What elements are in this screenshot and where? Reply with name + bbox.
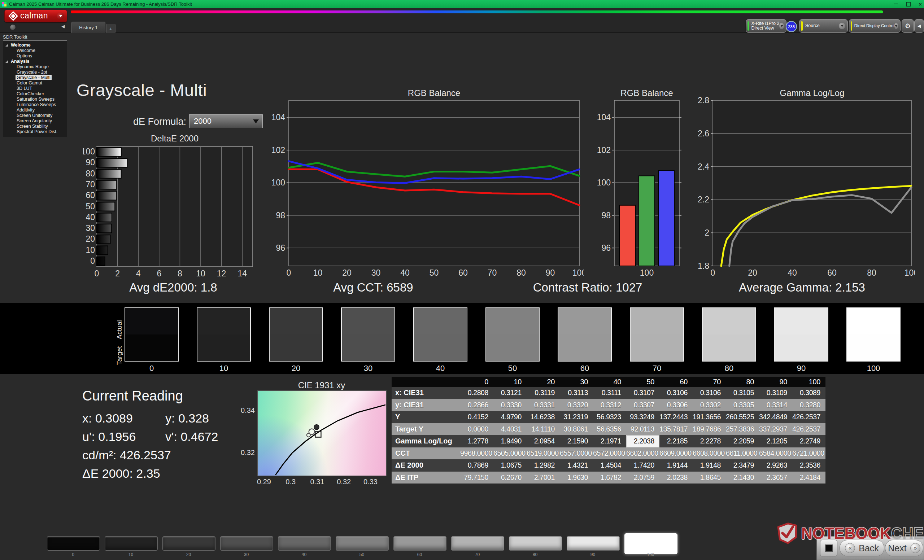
table-cell[interactable]: 342.4849 (759, 411, 792, 423)
settings-button[interactable]: ⚙ (902, 19, 914, 33)
table-cell[interactable]: 2.2185 (659, 435, 693, 448)
sidebar-item-screen-angularity[interactable]: Screen Angularity (3, 118, 67, 124)
table-cell[interactable]: 0.3106 (693, 387, 726, 399)
table-cell[interactable]: 2.1205 (759, 435, 792, 448)
table-cell[interactable]: 56.6356 (593, 423, 626, 436)
table-cell[interactable]: 2.1430 (726, 472, 759, 484)
table-cell[interactable]: 6572.0000 (593, 448, 626, 460)
table-cell[interactable]: 2.9263 (759, 459, 792, 472)
table-cell[interactable]: 2.2278 (693, 435, 726, 448)
pattern-button-0[interactable] (47, 536, 100, 551)
sidebar-item-saturation-sweeps[interactable]: Saturation Sweeps (3, 97, 67, 102)
table-cell[interactable]: 0.3307 (626, 399, 659, 411)
table-cell[interactable]: 0.2866 (460, 399, 494, 411)
table-cell[interactable]: 4.4031 (494, 423, 526, 436)
sidebar-item-options[interactable]: Options (3, 53, 67, 59)
table-cell[interactable]: 2.1971 (593, 435, 626, 448)
table-cell[interactable]: 0.3312 (593, 399, 626, 411)
table-cell[interactable]: 337.2937 (759, 423, 792, 436)
table-cell[interactable]: 0.3105 (726, 387, 759, 399)
source-dropdown[interactable]: Source (799, 19, 848, 33)
table-cell[interactable]: 2.3536 (792, 459, 825, 472)
table-cell[interactable]: 0.3302 (693, 399, 726, 411)
sidebar-item-3d-lut[interactable]: 3D LUT (3, 86, 67, 91)
brand-dropdown-icon[interactable] (57, 13, 64, 19)
table-cell[interactable]: 92.0113 (626, 423, 659, 436)
table-cell[interactable]: 0.3111 (593, 387, 626, 399)
table-cell[interactable]: 2.0238 (659, 472, 693, 484)
sidebar-item-screen-uniformity[interactable]: Screen Uniformity (3, 113, 67, 118)
calman-menu-button[interactable]: calman (4, 10, 67, 22)
pattern-button-80[interactable] (509, 536, 562, 551)
table-cell[interactable]: 6609.0000 (659, 448, 693, 460)
maximize-icon[interactable] (906, 2, 910, 6)
table-cell[interactable]: 1.9630 (560, 472, 593, 484)
table-cell[interactable]: 0.3320 (560, 399, 593, 411)
table-cell[interactable]: 0.3106 (659, 387, 693, 399)
tab-history-1[interactable]: History 1 (72, 22, 105, 33)
table-cell[interactable]: 14.1110 (526, 423, 560, 436)
sidebar-item-analysis[interactable]: Analysis (3, 59, 67, 64)
table-cell[interactable]: 0.3280 (792, 399, 825, 411)
sidebar-item-luminance-sweeps[interactable]: Luminance Sweeps (3, 102, 67, 108)
table-cell[interactable]: 1.2778 (460, 435, 494, 448)
table-cell[interactable]: 0.3331 (526, 399, 560, 411)
pattern-button-20[interactable] (162, 536, 216, 551)
add-tab-button[interactable]: + (106, 24, 116, 33)
tree-expander-icon[interactable] (5, 44, 8, 46)
table-cell[interactable]: 2.1590 (560, 435, 593, 448)
pattern-button-60[interactable] (393, 536, 447, 551)
table-cell[interactable]: 6602.0000 (626, 448, 659, 460)
sidebar-item-dynamic-range[interactable]: Dynamic Range (3, 64, 67, 70)
table-cell[interactable]: 6611.0000 (726, 448, 759, 460)
pattern-button-90[interactable] (567, 536, 620, 551)
table-cell[interactable]: 0.3113 (560, 387, 593, 399)
table-cell[interactable]: 0.2808 (460, 387, 494, 399)
table-cell[interactable]: 2.7001 (526, 472, 560, 484)
table-cell[interactable]: 56.9323 (593, 411, 626, 423)
sidebar-item-color-gamut[interactable]: Color Gamut (3, 81, 67, 86)
table-cell[interactable]: 426.2537 (792, 423, 825, 436)
table-cell[interactable]: 14.6238 (526, 411, 560, 423)
sidebar-item-colorchecker[interactable]: ColorChecker (3, 91, 67, 97)
table-cell[interactable]: 79.7150 (460, 472, 494, 484)
pattern-button-100[interactable] (624, 533, 678, 554)
sidebar-item-additivity[interactable]: Additivity (3, 108, 67, 113)
table-cell[interactable]: 257.3836 (726, 423, 759, 436)
table-cell[interactable]: 191.3656 (693, 411, 726, 423)
table-cell[interactable]: 30.8061 (560, 423, 593, 436)
table-cell[interactable]: 2.2749 (792, 435, 825, 448)
sidebar-item-screen-stability[interactable]: Screen Stability (3, 124, 67, 129)
sidebar-toggle-knob[interactable] (10, 24, 16, 30)
table-cell[interactable]: 1.4321 (560, 459, 593, 472)
table-cell[interactable]: 0.3107 (626, 387, 659, 399)
table-cell[interactable]: 6557.0000 (560, 448, 593, 460)
table-cell[interactable]: 31.2319 (560, 411, 593, 423)
table-cell[interactable]: 0.0000 (460, 423, 494, 436)
table-cell[interactable]: 189.7686 (693, 423, 726, 436)
sidebar-item-spectral-power-dist-[interactable]: Spectral Power Dist. (3, 129, 67, 135)
table-cell[interactable]: 1.9144 (659, 459, 693, 472)
pattern-button-10[interactable] (105, 536, 158, 551)
sidebar-item-grayscale-2pt[interactable]: Grayscale - 2pt (3, 70, 67, 75)
table-cell[interactable]: 93.3249 (626, 411, 659, 423)
table-cell[interactable]: 9968.0000 (460, 448, 494, 460)
table-cell[interactable]: 1.9490 (494, 435, 526, 448)
table-cell[interactable]: 426.2537 (792, 411, 825, 423)
table-cell[interactable]: 1.8645 (693, 472, 726, 484)
panel-collapse-button[interactable]: ◀ (914, 19, 924, 33)
table-cell[interactable]: 0.3314 (759, 399, 792, 411)
meter-dropdown[interactable]: X-Rite i1Pro 2 Direct View (746, 19, 786, 33)
minimize-icon[interactable] (894, 4, 898, 4)
pattern-button-40[interactable] (278, 536, 331, 551)
table-cell[interactable]: 0.3119 (526, 387, 560, 399)
tree-expander-icon[interactable] (5, 60, 8, 63)
sidebar-item-welcome[interactable]: Welcome (3, 48, 67, 53)
table-cell[interactable]: 6721.0000 (792, 448, 825, 460)
table-cell[interactable]: 0.3089 (792, 387, 825, 399)
pattern-button-50[interactable] (336, 536, 389, 551)
table-cell[interactable]: 0.4152 (460, 411, 494, 423)
table-cell[interactable]: 2.3657 (759, 472, 792, 484)
table-cell[interactable]: 4.9790 (494, 411, 526, 423)
sidebar-item-grayscale-multi[interactable]: Grayscale - Multi (3, 75, 67, 81)
